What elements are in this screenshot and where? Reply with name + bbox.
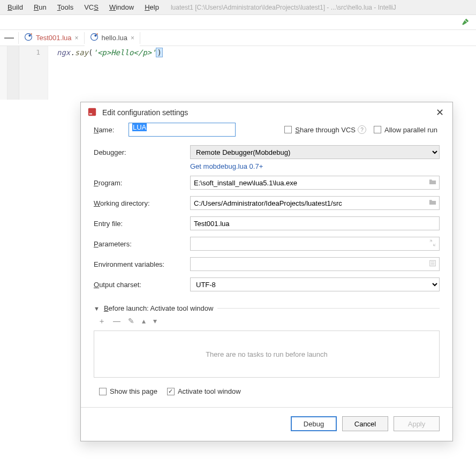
tab-close-icon[interactable]: × bbox=[75, 34, 79, 42]
tab-label: hello.lua bbox=[102, 34, 127, 42]
lua-file-icon bbox=[24, 33, 33, 43]
output-charset-label: Output charset: bbox=[94, 281, 190, 289]
expand-icon[interactable] bbox=[429, 239, 436, 249]
svg-point-4 bbox=[94, 35, 96, 37]
program-input[interactable] bbox=[190, 176, 440, 190]
add-task-icon[interactable]: ＋ bbox=[98, 317, 105, 326]
remove-task-icon[interactable]: — bbox=[113, 317, 120, 326]
tasks-list-empty: There are no tasks to run before launch bbox=[94, 331, 440, 378]
menu-bar: Build Run Tools VCS Window Help luatest1… bbox=[0, 0, 476, 15]
window-title-path: luatest1 [C:\Users\Administrator\IdeaPro… bbox=[171, 4, 396, 11]
allow-parallel-checkbox[interactable]: Allow parallel run bbox=[374, 126, 440, 134]
task-toolbar: ＋ — ✎ ▴ ▾ bbox=[94, 317, 440, 326]
tab-test001[interactable]: Test001.lua × bbox=[19, 30, 84, 46]
line-number-gutter: 1 bbox=[19, 46, 48, 100]
dialog-titlebar: Edit configuration settings ✕ bbox=[81, 102, 452, 123]
lua-file-icon bbox=[90, 33, 99, 43]
svg-point-3 bbox=[90, 34, 97, 41]
tab-label: Test001.lua bbox=[36, 34, 72, 42]
edit-configuration-dialog: Edit configuration settings ✕ Name: LUA … bbox=[80, 102, 453, 441]
entry-file-label: Entry file: bbox=[94, 220, 190, 228]
dialog-title: Edit configuration settings bbox=[102, 108, 188, 117]
close-icon[interactable]: ✕ bbox=[433, 107, 446, 118]
menu-tools[interactable]: Tools bbox=[52, 2, 79, 13]
show-this-page-checkbox[interactable]: Show this page bbox=[99, 387, 157, 395]
project-sidebar-strip[interactable] bbox=[0, 46, 7, 100]
env-vars-label: Environment variables: bbox=[94, 260, 190, 268]
activate-tool-window-checkbox[interactable]: ✓Activate tool window bbox=[167, 387, 241, 395]
svg-rect-7 bbox=[89, 113, 92, 114]
code-line[interactable]: ngx.say('<p>Hello</p>') bbox=[48, 46, 476, 100]
menu-build[interactable]: Build bbox=[2, 2, 28, 13]
name-input[interactable]: LUA bbox=[129, 123, 236, 137]
menu-vcs[interactable]: VCS bbox=[79, 2, 104, 13]
tab-hello[interactable]: hello.lua × bbox=[85, 30, 140, 46]
gutter-margin bbox=[7, 46, 19, 100]
working-dir-label: Working directory: bbox=[94, 199, 190, 207]
menu-help[interactable]: Help bbox=[139, 2, 164, 13]
name-label: Name: bbox=[94, 126, 129, 134]
editor-tabs: — Test001.lua × hello.lua × bbox=[0, 30, 476, 46]
folder-browse-icon[interactable] bbox=[429, 199, 436, 208]
debugger-label: Debugger: bbox=[94, 148, 190, 156]
caret-position: ) bbox=[156, 48, 162, 57]
program-label: Program: bbox=[94, 179, 190, 187]
collapse-panel-icon[interactable]: — bbox=[0, 32, 18, 43]
menu-window[interactable]: Window bbox=[104, 2, 139, 13]
svg-point-5 bbox=[96, 33, 97, 34]
mobdebug-link[interactable]: Get mobdebug.lua 0.7+ bbox=[190, 162, 263, 170]
apply-button: Apply bbox=[394, 416, 440, 431]
debug-button[interactable]: Debug bbox=[291, 416, 337, 431]
debugger-select[interactable]: Remote Debugger(Mobdebug) bbox=[190, 145, 440, 159]
code-editor[interactable]: 1 ngx.say('<p>Hello</p>') bbox=[0, 46, 476, 100]
svg-point-2 bbox=[31, 33, 32, 34]
build-hammer-icon[interactable] bbox=[461, 17, 471, 28]
svg-point-1 bbox=[28, 35, 31, 37]
help-icon[interactable]: ? bbox=[358, 125, 366, 134]
menu-run[interactable]: Run bbox=[28, 2, 52, 13]
charset-select[interactable]: UTF-8 bbox=[190, 277, 440, 291]
chevron-down-icon[interactable]: ▼ bbox=[94, 305, 100, 312]
entry-file-input[interactable] bbox=[190, 216, 440, 230]
intellij-icon bbox=[87, 107, 97, 118]
list-edit-icon[interactable] bbox=[429, 260, 436, 269]
move-down-icon[interactable]: ▾ bbox=[153, 317, 157, 326]
svg-point-0 bbox=[25, 34, 32, 41]
parameters-input[interactable] bbox=[190, 237, 440, 251]
folder-browse-icon[interactable] bbox=[429, 178, 436, 187]
svg-rect-6 bbox=[88, 108, 96, 115]
cancel-button[interactable]: Cancel bbox=[342, 416, 388, 431]
env-vars-input[interactable] bbox=[190, 257, 440, 271]
tab-close-icon[interactable]: × bbox=[131, 34, 134, 42]
working-dir-input[interactable] bbox=[190, 196, 440, 210]
move-up-icon[interactable]: ▴ bbox=[142, 317, 146, 326]
before-launch-label: Before launch: Activate tool window bbox=[104, 304, 214, 312]
toolbar bbox=[0, 15, 476, 30]
parameters-label: Parameters: bbox=[94, 240, 190, 248]
share-vcs-checkbox[interactable]: Share through VCS bbox=[284, 126, 358, 134]
edit-task-icon[interactable]: ✎ bbox=[128, 317, 134, 326]
